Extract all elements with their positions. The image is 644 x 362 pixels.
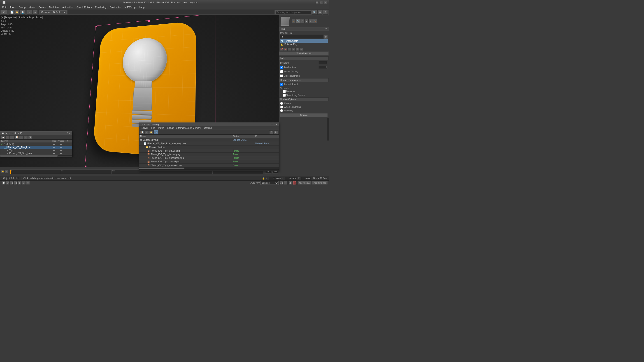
panel-hierarchy-btn[interactable]: ⬡	[300, 19, 304, 23]
mod-move-down-btn[interactable]: ↓	[292, 47, 295, 51]
smooth-result-checkbox[interactable]	[280, 83, 283, 86]
manually-radio[interactable]	[280, 109, 283, 112]
panel-utilities-btn[interactable]: 🔨	[313, 19, 317, 23]
open-button[interactable]: 📂	[15, 10, 20, 15]
play-back-btn[interactable]: ◀	[14, 181, 18, 185]
asset-tb1[interactable]: 📋	[140, 130, 144, 134]
isoline-checkbox[interactable]	[280, 70, 283, 73]
when-rendering-radio[interactable]	[280, 106, 283, 108]
mod-pin-btn[interactable]: 📌	[280, 47, 284, 51]
menu-item-animation[interactable]: Animation	[61, 6, 75, 9]
layer-tb-btn1[interactable]: 💾	[1, 135, 5, 139]
layer-tb-btn3[interactable]: +	[10, 135, 14, 139]
update-button[interactable]: Update	[280, 113, 328, 117]
prev-frame-btn[interactable]: |◀	[10, 181, 14, 185]
menu-item-modifiers[interactable]: Modifiers	[48, 6, 60, 9]
layer-row-iphone[interactable]: iPhone_iOS_Tips_Icon — —	[0, 146, 72, 149]
coord-z-input[interactable]	[301, 177, 311, 180]
app-menu-button[interactable]: ⚙	[1, 10, 7, 15]
asset-tb3[interactable]: 📁	[149, 130, 153, 134]
prev-key-btn[interactable]: ◀◀	[280, 181, 283, 185]
panel-create-btn[interactable]: +	[292, 19, 296, 23]
layer-tb-btn7[interactable]: ⇅	[28, 135, 32, 139]
menu-item-customize[interactable]: Customize	[108, 6, 123, 9]
layer-close-btn[interactable]: ✕	[69, 132, 71, 134]
layer-row-default[interactable]: ✓ 0 (default) — —	[0, 143, 72, 146]
search-button[interactable]: 🔍	[312, 10, 317, 15]
iterations-input[interactable]	[319, 61, 328, 64]
menu-item-group[interactable]: Group	[18, 6, 27, 9]
time-config-btn[interactable]: ⏱	[6, 181, 10, 185]
menu-item-graph-editors[interactable]: Graph Editors	[75, 6, 93, 9]
menu-item-rendering[interactable]: Rendering	[94, 6, 108, 9]
workspace-select[interactable]: Workspace: Default	[40, 10, 66, 14]
asset-h-scrollbar[interactable]	[139, 167, 279, 169]
asset-tb4[interactable]: 🗃	[154, 130, 158, 134]
modifier-list-dropdown[interactable]: ▼	[280, 35, 323, 39]
mod-delete-btn[interactable]: ✕	[284, 47, 288, 51]
play-fwd-btn[interactable]: ▶	[18, 181, 22, 185]
modifier-editable-poly[interactable]: 📐Editable Poly	[280, 43, 328, 46]
mod-show-hide-btn[interactable]: 👁	[299, 47, 303, 51]
asset-title-bar[interactable]: 🗂 Asset Tracking — □ ✕	[139, 123, 279, 126]
asset-maximize-btn[interactable]: □	[274, 123, 275, 126]
asset-row-fresnel[interactable]: 🖼Phone_iOS_Tips_fresnel.png Found	[139, 153, 279, 156]
tl-icon1[interactable]: 🔑	[1, 170, 4, 173]
autokey-select[interactable]: Selected	[260, 181, 278, 185]
layer-tb-btn5[interactable]: ↑	[19, 135, 23, 139]
modifier-settings-btn[interactable]: ⚙	[324, 35, 328, 39]
coord-x-input[interactable]	[268, 177, 281, 180]
right-panel-scrollbar[interactable]	[327, 118, 329, 140]
asset-menu-bitmap[interactable]: Bitmap Performance and Memory	[166, 126, 202, 130]
settings-button[interactable]: ⚙	[317, 10, 322, 15]
asset-row-diffuse[interactable]: 🖼Phone_iOS_Tips_diffuse.png Found	[139, 149, 279, 153]
layer-tb-btn6[interactable]: ↓	[24, 135, 28, 139]
undo-button[interactable]: ↩	[27, 10, 32, 15]
menu-item-maxscript[interactable]: MAXScript	[123, 6, 138, 9]
layer-row-iphone2[interactable]: ✦ Phone_iOS_Tips_Icon — —	[0, 152, 72, 155]
save-button[interactable]: 💾	[20, 10, 25, 15]
asset-minimize-btn[interactable]: —	[271, 123, 273, 126]
asset-tb2[interactable]: ✕	[145, 130, 149, 134]
timeline-playhead[interactable]	[10, 170, 11, 174]
render-iters-checkbox[interactable]	[280, 66, 283, 69]
asset-menu-options[interactable]: Options	[203, 126, 213, 130]
materials-checkbox[interactable]	[283, 90, 286, 93]
asset-row-maps[interactable]: 📁Maps / Shaders	[139, 145, 279, 149]
menu-item-edit[interactable]: Edit	[1, 6, 8, 9]
menu-item-help[interactable]: Help	[138, 6, 146, 9]
add-key-btn[interactable]: +	[284, 181, 288, 185]
time-tag-btn[interactable]: Add Time Tag	[312, 181, 328, 185]
panel-modify-btn[interactable]: 🔧	[296, 19, 300, 23]
asset-row-maxfile[interactable]: 📄iPhone_iOS_Tips_Icon_max_vray.max Netwo…	[139, 142, 279, 145]
asset-tb5[interactable]: ?	[269, 130, 273, 134]
stop-btn[interactable]: ■	[26, 181, 30, 185]
close-button[interactable]: ✕	[324, 1, 327, 4]
key-mode-toggle[interactable]: ⌚	[2, 181, 6, 185]
help-button[interactable]: ?	[323, 10, 328, 15]
coord-y-input[interactable]	[285, 177, 297, 180]
render-iters-input[interactable]	[319, 66, 328, 69]
layer-tb-btn4[interactable]: 📋	[15, 135, 19, 139]
set-key-btn[interactable]: Set Key	[293, 181, 296, 185]
layer-panel-title[interactable]: 🔲 Layer: 0 (default) ? ✕	[0, 131, 72, 135]
explicit-normals-checkbox[interactable]	[280, 74, 283, 77]
smoothing-groups-checkbox[interactable]	[283, 94, 286, 97]
menu-item-tools[interactable]: Tools	[8, 6, 17, 9]
asset-row-vault[interactable]: 🏛Autodesk Vault Logged Out ...	[139, 138, 279, 142]
new-button[interactable]: 📄	[9, 10, 14, 15]
layer-scrollbar[interactable]	[0, 155, 72, 157]
panel-expand-btn[interactable]: ▼	[325, 28, 327, 30]
asset-close-btn[interactable]: ✕	[276, 123, 278, 126]
menu-item-create[interactable]: Create	[37, 6, 47, 9]
layer-help-btn[interactable]: ?	[67, 132, 68, 134]
asset-menu-file[interactable]: File	[150, 126, 156, 130]
asset-menu-server[interactable]: Server	[140, 126, 150, 130]
layer-tb-btn2[interactable]: ✕	[6, 135, 10, 139]
next-frame-btn[interactable]: ▶|	[22, 181, 26, 185]
redo-button[interactable]: ↪	[32, 10, 38, 15]
search-input[interactable]	[276, 10, 312, 14]
panel-motion-btn[interactable]: ▶	[304, 19, 308, 23]
asset-tb6[interactable]: ⚙	[274, 130, 278, 134]
modifier-turbosmooth[interactable]: 💎TurboSmooth	[280, 39, 328, 43]
